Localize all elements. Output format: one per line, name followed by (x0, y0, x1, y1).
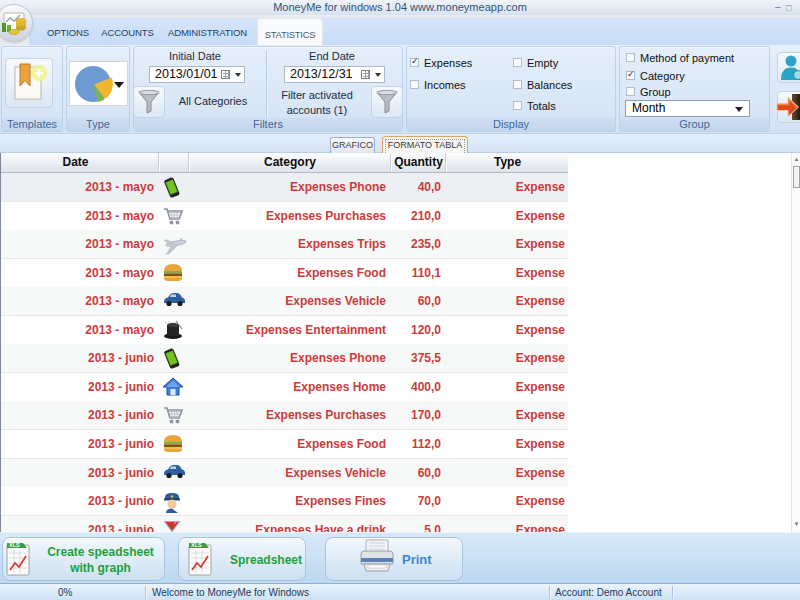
svg-text:XLS: XLS (191, 542, 202, 548)
svg-text:XLS: XLS (9, 542, 20, 548)
